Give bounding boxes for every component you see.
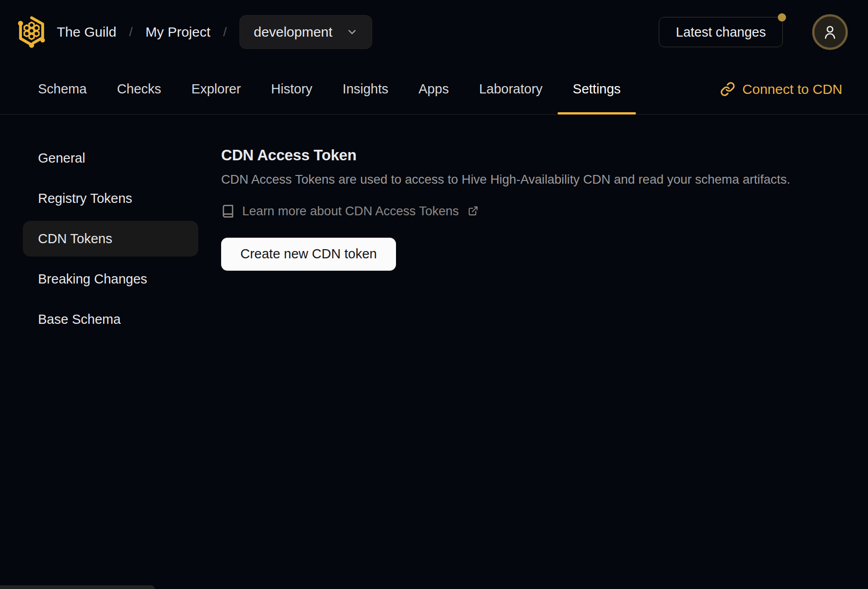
breadcrumb-org[interactable]: The Guild xyxy=(57,24,116,40)
breadcrumb-separator: / xyxy=(223,25,227,39)
book-icon xyxy=(221,204,235,218)
bottom-overlay-edge xyxy=(0,585,155,589)
chain-link-icon xyxy=(720,82,735,97)
user-avatar-button[interactable] xyxy=(812,14,848,50)
page-title: CDN Access Token xyxy=(221,146,841,164)
chevron-down-icon xyxy=(346,26,358,38)
tab-insights[interactable]: Insights xyxy=(327,64,403,114)
learn-more-link[interactable]: Learn more about CDN Access Tokens xyxy=(221,204,478,218)
app-header: The Guild / My Project / development Lat… xyxy=(0,0,868,64)
latest-changes-button[interactable]: Latest changes xyxy=(659,17,783,47)
settings-sidebar: General Registry Tokens CDN Tokens Break… xyxy=(23,140,198,342)
sidebar-item-registry-tokens[interactable]: Registry Tokens xyxy=(23,180,198,216)
tab-checks[interactable]: Checks xyxy=(102,64,176,114)
create-cdn-token-button[interactable]: Create new CDN token xyxy=(221,238,396,271)
notification-dot xyxy=(778,13,786,22)
target-selector-value: development xyxy=(254,24,332,40)
project-tab-bar: Schema Checks Explorer History Insights … xyxy=(0,64,868,115)
sidebar-item-cdn-tokens[interactable]: CDN Tokens xyxy=(23,221,198,256)
tab-apps[interactable]: Apps xyxy=(403,64,464,114)
user-icon xyxy=(822,24,838,40)
header-right-group: Latest changes xyxy=(659,14,848,50)
tab-laboratory[interactable]: Laboratory xyxy=(464,64,558,114)
tab-history[interactable]: History xyxy=(256,64,327,114)
breadcrumb-project[interactable]: My Project xyxy=(146,24,211,40)
tab-schema[interactable]: Schema xyxy=(23,64,102,114)
target-selector-dropdown[interactable]: development xyxy=(239,15,372,49)
tab-settings[interactable]: Settings xyxy=(558,64,636,114)
breadcrumb: The Guild / My Project / xyxy=(57,24,227,40)
hive-logo-icon[interactable] xyxy=(17,15,46,49)
breadcrumb-separator: / xyxy=(129,25,133,39)
settings-content: General Registry Tokens CDN Tokens Break… xyxy=(0,115,868,342)
sidebar-item-breaking-changes[interactable]: Breaking Changes xyxy=(23,261,198,297)
learn-more-label: Learn more about CDN Access Tokens xyxy=(242,204,459,218)
page-description: CDN Access Tokens are used to access to … xyxy=(221,172,841,187)
sidebar-item-general[interactable]: General xyxy=(23,140,198,176)
create-cdn-token-label: Create new CDN token xyxy=(240,246,377,262)
external-link-icon xyxy=(468,206,478,216)
latest-changes-label: Latest changes xyxy=(676,25,766,40)
tab-explorer[interactable]: Explorer xyxy=(176,64,256,114)
cdn-token-panel: CDN Access Token CDN Access Tokens are u… xyxy=(198,115,868,271)
sidebar-item-base-schema[interactable]: Base Schema xyxy=(23,301,198,337)
connect-to-cdn-link[interactable]: Connect to CDN xyxy=(720,82,842,97)
connect-to-cdn-label: Connect to CDN xyxy=(743,82,842,97)
